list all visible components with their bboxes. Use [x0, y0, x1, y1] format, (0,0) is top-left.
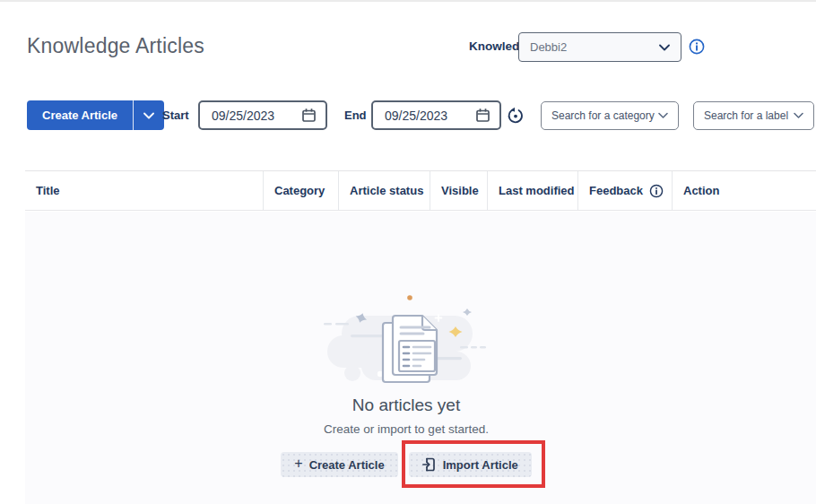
import-icon [422, 457, 437, 472]
empty-state-subtitle: Create or import to get started. [324, 422, 489, 436]
knowledge-base-info-icon[interactable] [689, 39, 705, 55]
column-header-article-status: Article status [338, 171, 430, 210]
category-filter-select[interactable]: Search for a category [541, 101, 679, 130]
articles-table-header: Title Category Article status Visible La… [25, 170, 816, 211]
start-date-label: Start [162, 100, 189, 130]
knowledge-base-selected-value: Debbi2 [530, 40, 567, 54]
end-date-input[interactable]: 09/25/2023 [371, 100, 501, 130]
column-header-category: Category [263, 171, 338, 210]
column-header-last-modified: Last modified [487, 171, 577, 210]
empty-import-article-button[interactable]: Import Article [409, 452, 532, 477]
empty-create-article-button[interactable]: + Create Article [281, 452, 397, 477]
column-header-action: Action [672, 171, 816, 210]
empty-state: No articles yet Create or import to get … [25, 212, 787, 477]
chevron-down-icon [794, 112, 803, 119]
column-header-visible: Visible [430, 171, 487, 210]
page-title: Knowledge Articles [27, 34, 204, 58]
column-header-title: Title [25, 171, 263, 210]
chevron-down-icon [659, 44, 670, 51]
create-article-button[interactable]: Create Article [27, 100, 133, 130]
documents-illustration [324, 291, 489, 386]
import-article-annotated-area: Import Article [409, 452, 532, 477]
create-article-dropdown-button[interactable] [133, 100, 164, 130]
label-filter-select[interactable]: Search for a label [693, 101, 814, 130]
calendar-icon[interactable] [475, 108, 490, 123]
start-date-input[interactable]: 09/25/2023 [198, 100, 327, 130]
feedback-info-icon[interactable] [649, 184, 664, 198]
chevron-down-icon [658, 112, 668, 119]
reset-dates-icon[interactable] [507, 107, 525, 125]
end-date-value: 09/25/2023 [385, 109, 447, 123]
chevron-down-icon [143, 112, 154, 119]
articles-table-body: No articles yet Create or import to get … [25, 212, 816, 504]
column-header-feedback: Feedback [577, 171, 672, 210]
end-date-label: End [344, 100, 367, 130]
label-filter-placeholder: Search for a label [704, 109, 788, 122]
start-date-value: 09/25/2023 [212, 109, 274, 123]
empty-state-title: No articles yet [352, 395, 460, 415]
create-article-split-button: Create Article [27, 100, 164, 130]
knowledge-base-select[interactable]: Debbi2 [518, 32, 681, 62]
calendar-icon[interactable] [301, 108, 317, 123]
category-filter-placeholder: Search for a category [551, 109, 655, 122]
empty-state-actions: + Create Article Import Article [281, 452, 531, 477]
plus-icon: + [294, 456, 302, 471]
